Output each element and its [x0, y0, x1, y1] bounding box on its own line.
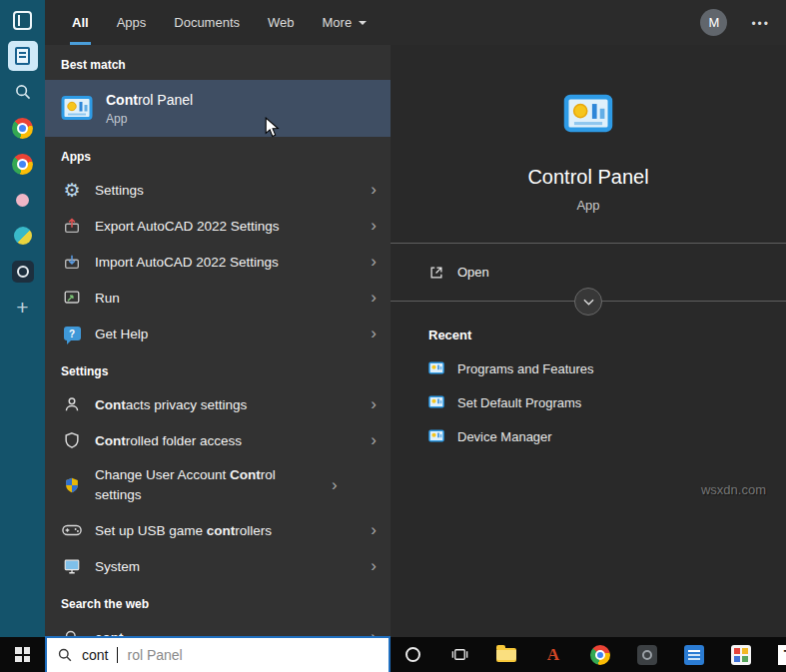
tab-more[interactable]: More — [323, 0, 368, 45]
result-label: Import AutoCAD 2022 Settings — [95, 255, 359, 270]
recent-section: Recent Programs and Features Set Default… — [391, 302, 786, 444]
result-row-usb-controllers[interactable]: Set up USB game controllers — [45, 512, 391, 548]
result-row-controlled-folder[interactable]: Controlled folder access — [45, 422, 391, 458]
collections-icon-glyph — [13, 11, 32, 30]
browser-sidebar — [0, 0, 45, 637]
expand-preview-button[interactable] — [574, 288, 602, 316]
open-label: Open — [457, 265, 489, 280]
task-view-button[interactable] — [448, 644, 470, 666]
search-panes: Best match Control Panel App Apps Settin… — [45, 45, 786, 637]
add-tab-icon[interactable] — [8, 293, 38, 323]
chevron-right-icon[interactable] — [371, 557, 377, 575]
notes-icon[interactable] — [8, 41, 38, 71]
chevron-right-icon[interactable] — [371, 395, 377, 413]
control-panel-mini-icon — [428, 394, 444, 410]
autocad-button[interactable]: A — [542, 644, 564, 666]
chevron-right-icon[interactable] — [332, 476, 338, 494]
result-row-get-help[interactable]: Get Help — [45, 316, 391, 351]
search-flyout: All Apps Documents Web More M Best match… — [45, 0, 786, 637]
results-pane: Best match Control Panel App Apps Settin… — [45, 45, 391, 637]
header-right: M — [700, 0, 770, 45]
chevron-right-icon[interactable] — [371, 217, 377, 235]
pink-app-icon[interactable] — [8, 185, 38, 215]
collections-icon[interactable] — [8, 5, 38, 35]
chevron-right-icon[interactable] — [371, 181, 377, 199]
tab-documents[interactable]: Documents — [174, 0, 240, 45]
notes-icon-glyph — [15, 47, 30, 65]
dark-app-icon[interactable] — [8, 257, 38, 287]
windows-logo-icon — [15, 647, 30, 662]
avatar[interactable]: M — [700, 9, 727, 36]
search-flyout-header: All Apps Documents Web More M — [45, 0, 786, 45]
result-row-web-search[interactable]: cont — [45, 619, 391, 637]
taskbar-search-box[interactable]: control Panel — [45, 636, 391, 672]
chevron-right-icon[interactable] — [371, 253, 377, 271]
recent-item-set-default-programs[interactable]: Set Default Programs — [428, 394, 786, 410]
chrome-icon[interactable] — [8, 113, 38, 143]
search-icon — [14, 83, 32, 101]
best-match-text: Control Panel App — [106, 92, 193, 126]
section-best-match: Best match — [45, 45, 391, 80]
system-monitor-icon — [61, 557, 83, 575]
watermark: wsxdn.com — [701, 482, 766, 497]
section-search-web: Search the web — [45, 584, 391, 619]
recent-item-label: Set Default Programs — [457, 395, 581, 410]
chevron-right-icon[interactable] — [371, 289, 377, 307]
mouse-cursor — [265, 117, 280, 138]
chevron-right-icon[interactable] — [371, 325, 377, 342]
recent-item-programs-and-features[interactable]: Programs and Features — [428, 360, 786, 376]
result-label: Export AutoCAD 2022 Settings — [95, 219, 359, 234]
chrome-icon-2[interactable] — [8, 149, 38, 179]
control-panel-mini-icon — [428, 360, 444, 376]
folder-icon — [496, 648, 516, 662]
result-row-uac[interactable]: Change User Account Control settings — [45, 458, 391, 512]
tab-web[interactable]: Web — [268, 0, 295, 45]
search-input-typed-text: cont — [82, 647, 108, 663]
desktop-screen: All Apps Documents Web More M Best match… — [0, 0, 786, 672]
chrome-taskbar-button[interactable] — [589, 644, 611, 666]
chevron-down-icon — [359, 21, 367, 29]
blue-document-app-icon — [684, 645, 704, 665]
run-icon — [61, 289, 83, 307]
t-app-button[interactable]: T — [777, 644, 786, 666]
sphere-app-icon[interactable] — [8, 221, 38, 251]
result-row-import-autocad[interactable]: Import AutoCAD 2022 Settings — [45, 244, 391, 280]
chevron-right-icon[interactable] — [371, 521, 377, 539]
start-button[interactable] — [0, 637, 45, 672]
result-row-export-autocad[interactable]: Export AutoCAD 2022 Settings — [45, 208, 391, 244]
colorful-app-icon — [731, 645, 751, 665]
colorful-app-button[interactable] — [730, 644, 752, 666]
result-row-run[interactable]: Run — [45, 280, 391, 316]
best-match-result[interactable]: Control Panel App — [45, 80, 391, 137]
text-caret — [117, 647, 118, 663]
preview-app-type: App — [576, 198, 599, 213]
best-match-title: Control Panel — [106, 92, 193, 108]
import-settings-icon — [61, 253, 83, 271]
t-app-icon: T — [778, 645, 786, 665]
recent-item-label: Programs and Features — [457, 361, 594, 376]
dark-app-icon-glyph — [12, 261, 34, 283]
result-row-settings[interactable]: Settings — [45, 172, 391, 208]
preview-pane: Control Panel App Open Recent Pro — [391, 45, 786, 637]
result-label: Contacts privacy settings — [95, 397, 359, 412]
chrome-icon — [590, 645, 610, 665]
recent-item-device-manager[interactable]: Device Manager — [428, 428, 786, 444]
task-view-icon — [450, 645, 469, 664]
sidebar-search-icon[interactable] — [8, 77, 38, 107]
result-row-contacts-privacy[interactable]: Contacts privacy settings — [45, 386, 391, 422]
blue-document-app-button[interactable] — [683, 644, 705, 666]
cortana-button[interactable] — [401, 644, 423, 666]
section-apps: Apps — [45, 137, 391, 172]
more-options-icon[interactable] — [751, 14, 770, 32]
contacts-icon — [61, 395, 83, 413]
chevron-right-icon[interactable] — [371, 431, 377, 449]
tab-all[interactable]: All — [72, 0, 89, 45]
file-explorer-button[interactable] — [495, 644, 517, 666]
chevron-down-icon — [583, 299, 594, 306]
result-row-system[interactable]: System — [45, 548, 391, 584]
settings-gear-icon — [61, 181, 83, 200]
tab-apps[interactable]: Apps — [117, 0, 147, 45]
gray-app-button[interactable] — [636, 644, 658, 666]
control-panel-icon — [61, 93, 93, 125]
gamepad-icon — [61, 523, 83, 537]
